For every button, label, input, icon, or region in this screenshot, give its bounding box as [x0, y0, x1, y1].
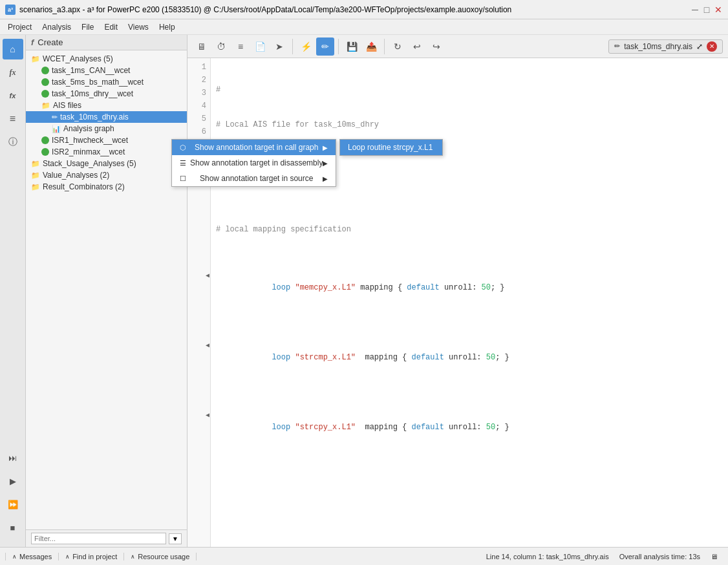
sidebar-item-isr2[interactable]: ISR2_minmax__wcet: [26, 146, 187, 158]
toolbar-sep3: [384, 39, 385, 54]
arrow-btn[interactable]: ➤: [270, 37, 288, 56]
ctx-call-graph-label: Show annotation target in call graph: [195, 143, 318, 152]
ctx-item-disassembly[interactable]: ☰ Show annotation target in disassembly …: [187, 155, 336, 171]
status-messages[interactable]: ∧ Messages: [5, 553, 59, 560]
monitor-btn[interactable]: 🖥: [193, 37, 211, 56]
function-icon-btn[interactable]: fx: [3, 62, 23, 83]
menu-project[interactable]: Project: [3, 21, 37, 33]
sidebar-create-header[interactable]: f Create: [26, 35, 187, 50]
sidebar-item-result-combinators[interactable]: 📁 Result_Combinators (2): [26, 181, 187, 193]
task5ms-label: task_5ms_bs_math__wcet: [52, 78, 144, 87]
task1ms-label: task_1ms_CAN__wcet: [52, 66, 130, 75]
toolbar: 🖥 ⏱ ≡ 📄 ➤ ⚡ ✏ 💾 📤 ↻ ↩ ↪ ✏ task_10ms_dhry…: [187, 35, 728, 58]
filter-dropdown-btn[interactable]: ▼: [169, 533, 182, 544]
sidebar-item-stack-usage[interactable]: 📁 Stack_Usage_Analyses (5): [26, 158, 187, 169]
status-dot-green: [41, 78, 49, 86]
editor-area: 🖥 ⏱ ≡ 📄 ➤ ⚡ ✏ 💾 📤 ↻ ↩ ↪ ✏ task_10ms_dhry…: [187, 35, 728, 547]
folder-icon: 📁: [31, 183, 40, 191]
file-close-btn[interactable]: ✕: [707, 41, 717, 52]
analysis-graph-label: Analysis graph: [63, 124, 114, 133]
code-line-1: #: [216, 84, 723, 96]
line-num-2: 2: [187, 74, 210, 87]
toolbar-file-label: ✏ task_10ms_dhry.ais ⤢ ✕: [608, 39, 723, 54]
title-bar-title: scenarios_a3.apx - a³ for PowerPC e200 (…: [19, 5, 511, 14]
bolt-btn[interactable]: ⚡: [297, 37, 315, 56]
title-bar-left: a³ scenarios_a3.apx - a³ for PowerPC e20…: [5, 5, 511, 15]
create-icon: f: [31, 37, 34, 47]
ctx-source-label: Show annotation target in source: [200, 174, 313, 183]
status-dot-green: [41, 148, 49, 156]
ctx-item-call-graph[interactable]: ⬡ Show annotation target in call graph ▶: [187, 140, 336, 155]
file-name-label: task_10ms_dhry.ais: [624, 42, 692, 51]
sidebar-item-isr1[interactable]: ISR1_hwcheck__wcet: [26, 134, 187, 146]
sidebar-item-analysis-graph[interactable]: 📊 Analysis graph: [26, 123, 187, 134]
sidebar-item-value-analyses[interactable]: 📁 Value_Analyses (2): [26, 169, 187, 181]
skip-forward-icon-btn[interactable]: ⏭: [3, 447, 23, 468]
status-find-in-project[interactable]: ∧ Find in project: [59, 553, 124, 560]
line-info-label: Line 14, column 1: task_10ms_dhry.ais: [481, 553, 614, 560]
sidebar: f Create 📁 WCET_Analyses (5) task_1ms_CA…: [26, 35, 187, 547]
resource-usage-label: Resource usage: [138, 553, 189, 560]
context-menu: ⬡ Show annotation target in call graph ▶…: [187, 139, 336, 187]
variable-icon-btn[interactable]: fx: [3, 85, 23, 106]
line-num-1: 1: [187, 61, 210, 74]
submenu-arrow-icon3: ▶: [323, 175, 328, 182]
sidebar-item-task10ms-dhry-ais[interactable]: ✏ task_10ms_dhry.ais: [26, 111, 187, 123]
file-icon: ✏: [614, 42, 620, 50]
folder-icon: 📁: [31, 55, 40, 63]
menu-edit[interactable]: Edit: [99, 21, 123, 33]
filter-input[interactable]: [31, 533, 166, 544]
submenu-arrow-icon: ▶: [323, 144, 328, 151]
save-btn[interactable]: 💾: [343, 37, 361, 56]
play-icon-btn[interactable]: ▶: [3, 471, 23, 491]
submenu-item-loop-routine[interactable]: Loop routine strcpy_x.L1: [340, 140, 442, 155]
window-controls: ─ □ ✕: [691, 5, 723, 14]
home-icon-btn[interactable]: ⌂: [3, 39, 23, 59]
sidebar-tree: 📁 WCET_Analyses (5) task_1ms_CAN__wcet t…: [26, 50, 187, 529]
line-num-5: 5: [187, 112, 210, 125]
sidebar-item-task1ms[interactable]: task_1ms_CAN__wcet: [26, 65, 187, 76]
time-btn[interactable]: ⏱: [212, 37, 230, 56]
menu-help[interactable]: Help: [154, 21, 180, 33]
line-num-4: 4: [187, 100, 210, 112]
toolbar-sep2: [338, 39, 339, 54]
sidebar-item-task10ms[interactable]: task_10ms_dhry__wcet: [26, 88, 187, 100]
status-resource-usage[interactable]: ∧ Resource usage: [124, 553, 197, 560]
maximize-button[interactable]: □: [702, 5, 711, 14]
sliders-icon-btn[interactable]: ≡: [3, 109, 23, 129]
code-line-4: [216, 189, 723, 200]
publish-btn[interactable]: 📤: [362, 37, 380, 56]
folder-icon: 📁: [31, 171, 40, 180]
sidebar-item-task5ms[interactable]: task_5ms_bs_math__wcet: [26, 76, 187, 88]
step-over-icon-btn[interactable]: ⏩: [3, 494, 23, 515]
ais-files-label: AIS files: [53, 101, 81, 110]
code-editor[interactable]: 1 2 3 4 5 6 7 8 # # Local AIS file for t…: [187, 58, 728, 547]
list-btn[interactable]: ≡: [231, 37, 250, 56]
undo-btn[interactable]: ↩: [408, 37, 426, 56]
sidebar-item-wcet-analyses[interactable]: 📁 WCET_Analyses (5): [26, 53, 187, 65]
menu-analysis[interactable]: Analysis: [37, 21, 76, 33]
messages-label: Messages: [19, 553, 52, 560]
refresh-btn[interactable]: ↻: [389, 37, 407, 56]
menu-file[interactable]: File: [76, 21, 99, 33]
menu-bar: Project Analysis File Edit Views Help: [0, 19, 728, 35]
redo-btn[interactable]: ↪: [427, 37, 445, 56]
minimize-button[interactable]: ─: [691, 5, 700, 14]
icon-bar: ⌂ fx fx ≡ ⓘ ⏭ ▶ ⏩ ■: [0, 35, 26, 547]
ctx-item-source[interactable]: ☐ Show annotation target in source ▶: [187, 171, 336, 186]
close-button[interactable]: ✕: [714, 5, 723, 14]
info-icon-btn[interactable]: ⓘ: [3, 132, 23, 153]
stop-icon-btn[interactable]: ■: [3, 517, 23, 538]
code-line-2: # Local AIS file for task_10ms_dhry: [216, 119, 723, 131]
code-text[interactable]: # # Local AIS file for task_10ms_dhry # …: [211, 58, 728, 547]
main-layout: ⌂ fx fx ≡ ⓘ ⏭ ▶ ⏩ ■ f Create 📁 WCET_Anal…: [0, 35, 728, 547]
edit-btn[interactable]: ✏: [316, 37, 334, 56]
menu-views[interactable]: Views: [123, 21, 154, 33]
sidebar-item-ais-files[interactable]: 📁 AIS files: [26, 100, 187, 111]
wcet-analyses-label: WCET_Analyses (5): [43, 54, 113, 63]
code-line-7: ◀ loop "strcmp_x.L1" mapping { default u…: [216, 328, 723, 375]
doc-btn[interactable]: 📄: [251, 37, 269, 56]
find-in-project-label: Find in project: [72, 553, 117, 560]
ctx-disasm-label: Show annotation target in disassembly: [190, 158, 323, 167]
file-expand-btn[interactable]: ⤢: [696, 42, 703, 51]
